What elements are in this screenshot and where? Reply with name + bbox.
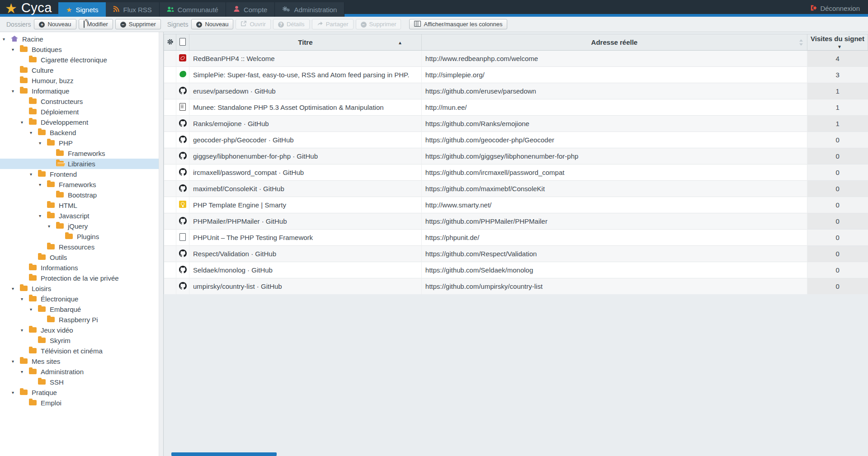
caret-down-icon[interactable]: ▾ <box>12 359 20 364</box>
bookmark-title-cell[interactable]: PHP Template Engine | Smarty <box>189 197 422 213</box>
table-row[interactable]: umpirsky/country-list · GitHubhttps://gi… <box>164 278 868 295</box>
table-row[interactable]: erusev/parsedown · GitHubhttps://github.… <box>164 83 868 99</box>
tree-item-pratique[interactable]: ▾Pratique <box>0 387 163 398</box>
bookmark-url-cell[interactable]: https://github.com/PHPMailer/PHPMailer <box>421 213 807 230</box>
tree-item-ressources[interactable]: Ressources <box>0 242 163 252</box>
bookmark-title-cell[interactable]: PHPMailer/PHPMailer · GitHub <box>189 213 422 230</box>
tab-flux-rss[interactable]: Flux RSS <box>106 2 159 17</box>
tree-item-raspberry-pi[interactable]: Raspberry Pi <box>0 315 163 325</box>
tree-item-informations[interactable]: Informations <box>0 263 163 273</box>
tree-item-d-veloppement[interactable]: ▾Développement <box>0 117 163 127</box>
bookmark-title-cell[interactable]: ircmaxell/password_compat · GitHub <box>189 165 422 181</box>
bookmark-url-cell[interactable]: http://www.redbeanphp.com/welcome <box>421 51 807 67</box>
tree-item-d-ploiement[interactable]: Déploiement <box>0 107 163 117</box>
caret-down-icon[interactable]: ▾ <box>21 296 29 301</box>
bookmark-title-cell[interactable]: RedBeanPHP4 :: Welcome <box>189 51 422 67</box>
table-row[interactable]: PHP Template Engine | Smartyhttp://www.s… <box>164 197 868 213</box>
tree-item-php[interactable]: ▾PHP <box>0 138 163 148</box>
caret-down-icon[interactable]: ▾ <box>39 182 47 187</box>
tab-compte[interactable]: Compte <box>226 2 275 17</box>
bookmark-title-cell[interactable]: SimplePie: Super-fast, easy-to-use, RSS … <box>189 67 422 83</box>
tree-item-jquery[interactable]: ▾jQuery <box>0 221 163 231</box>
select-column-header[interactable] <box>164 34 176 51</box>
bookmark-url-cell[interactable]: http://www.smarty.net/ <box>421 197 807 213</box>
tree-item-embarqu[interactable]: ▾Embarqué <box>0 304 163 315</box>
bookmark-title-cell[interactable]: erusev/parsedown · GitHub <box>189 83 422 99</box>
visits-column-header[interactable]: Visites du signet▼ <box>807 34 868 51</box>
table-row[interactable]: SimplePie: Super-fast, easy-to-use, RSS … <box>164 67 868 83</box>
tree-item-backend[interactable]: ▾Backend <box>0 127 163 138</box>
bookmark-url-cell[interactable]: https://github.com/geocoder-php/Geocoder <box>421 132 807 148</box>
tree-item-emploi[interactable]: Emploi <box>0 398 163 408</box>
bookmark-title-cell[interactable]: geocoder-php/Geocoder · GitHub <box>189 132 422 148</box>
tree-item-plugins[interactable]: Plugins <box>0 231 163 242</box>
table-row[interactable]: PHPUnit – The PHP Testing Frameworkhttps… <box>164 230 868 246</box>
horizontal-scrollbar-thumb[interactable] <box>171 452 277 456</box>
bookmark-title-cell[interactable]: maximebf/ConsoleKit · GitHub <box>189 181 422 197</box>
navbar-brand[interactable]: ★ Cyca <box>0 0 58 17</box>
favicon-column-header[interactable] <box>176 34 189 51</box>
tree-item-culture[interactable]: Culture <box>0 65 163 75</box>
caret-down-icon[interactable]: ▾ <box>39 213 47 218</box>
tree-item-boutiques[interactable]: ▾Boutiques <box>0 44 163 55</box>
caret-down-icon[interactable]: ▾ <box>3 37 11 42</box>
bookmark-url-cell[interactable]: https://github.com/maximebf/ConsoleKit <box>421 181 807 197</box>
tree-item-administration[interactable]: ▾Administration <box>0 367 163 377</box>
bookmark-url-cell[interactable]: https://github.com/giggsey/libphonenumbe… <box>421 148 807 165</box>
bookmark-url-cell[interactable]: https://github.com/umpirsky/country-list <box>421 278 807 295</box>
caret-down-icon[interactable]: ▾ <box>21 328 29 333</box>
caret-down-icon[interactable]: ▾ <box>30 307 38 312</box>
table-row[interactable]: Seldaek/monolog · GitHubhttps://github.c… <box>164 262 868 278</box>
bookmark-url-cell[interactable]: https://phpunit.de/ <box>421 230 807 246</box>
table-row[interactable]: Ranks/emojione · GitHubhttps://github.co… <box>164 116 868 132</box>
bookmark-url-cell[interactable]: https://github.com/erusev/parsedown <box>421 83 807 99</box>
tree-item-frontend[interactable]: ▾Frontend <box>0 169 163 179</box>
caret-down-icon[interactable]: ▾ <box>30 130 38 135</box>
title-column-header[interactable]: Titre ▲ <box>189 34 422 51</box>
caret-down-icon[interactable]: ▾ <box>39 141 47 146</box>
tree-item-loisirs[interactable]: ▾Loisirs <box>0 283 163 294</box>
sidebar-scrollbar-track[interactable] <box>159 32 163 456</box>
table-row[interactable]: PHPMailer/PHPMailer · GitHubhttps://gith… <box>164 213 868 230</box>
tree-item-informatique[interactable]: ▾Informatique <box>0 86 163 96</box>
tab-administration[interactable]: Administration <box>275 2 344 17</box>
tree-item-protection-de-la-vie-priv-e[interactable]: Protection de la vie privée <box>0 273 163 283</box>
tab-signets[interactable]: ★Signets <box>58 2 106 17</box>
tree-item-racine[interactable]: ▾Racine <box>0 34 163 44</box>
caret-down-icon[interactable]: ▾ <box>48 224 56 229</box>
bookmark-title-cell[interactable]: Munee: Standalone PHP 5.3 Asset Optimisa… <box>189 99 422 116</box>
caret-down-icon[interactable]: ▾ <box>21 120 29 125</box>
tree-item-bootstrap[interactable]: Bootstrap <box>0 190 163 200</box>
tree-item-constructeurs[interactable]: Constructeurs <box>0 96 163 107</box>
caret-down-icon[interactable]: ▾ <box>12 89 20 94</box>
nouveau-button[interactable]: +Nouveau <box>34 19 76 29</box>
tree-item-jeux-vid-o[interactable]: ▾Jeux vidéo <box>0 325 163 335</box>
tree-item-mes-sites[interactable]: ▾Mes sites <box>0 356 163 367</box>
caret-down-icon[interactable]: ▾ <box>12 286 20 291</box>
bookmark-title-cell[interactable]: Seldaek/monolog · GitHub <box>189 262 422 278</box>
bookmark-url-cell[interactable]: https://github.com/Respect/Validation <box>421 246 807 262</box>
caret-down-icon[interactable]: ▾ <box>30 172 38 177</box>
bookmark-url-cell[interactable]: http://mun.ee/ <box>421 99 807 116</box>
tree-item-librairies[interactable]: Librairies <box>0 159 163 169</box>
tree-item-html[interactable]: HTML <box>0 200 163 211</box>
bookmark-title-cell[interactable]: Respect/Validation · GitHub <box>189 246 422 262</box>
supprimer-button[interactable]: −Supprimer <box>115 19 161 29</box>
bookmark-url-cell[interactable]: http://simplepie.org/ <box>421 67 807 83</box>
bookmark-title-cell[interactable]: umpirsky/country-list · GitHub <box>189 278 422 295</box>
table-row[interactable]: Respect/Validation · GitHubhttps://githu… <box>164 246 868 262</box>
tree-item-javascript[interactable]: ▾Javascript <box>0 211 163 221</box>
url-column-header[interactable]: Adresse réelle <box>421 34 807 51</box>
tree-item-ssh[interactable]: SSH <box>0 377 163 387</box>
tree-item-skyrim[interactable]: Skyrim <box>0 335 163 346</box>
bookmark-title-cell[interactable]: Ranks/emojione · GitHub <box>189 116 422 132</box>
table-row[interactable]: Munee: Standalone PHP 5.3 Asset Optimisa… <box>164 99 868 116</box>
table-row[interactable]: ircmaxell/password_compat · GitHubhttps:… <box>164 165 868 181</box>
table-row[interactable]: maximebf/ConsoleKit · GitHubhttps://gith… <box>164 181 868 197</box>
tree-item-frameworks[interactable]: ▾Frameworks <box>0 179 163 190</box>
logout-button[interactable]: Déconnexion <box>810 0 868 17</box>
caret-down-icon[interactable]: ▾ <box>12 47 20 52</box>
table-row[interactable]: RedBeanPHP4 :: Welcomehttp://www.redbean… <box>164 51 868 67</box>
tab-communaut[interactable]: Communauté <box>160 2 226 17</box>
caret-down-icon[interactable]: ▾ <box>21 369 29 374</box>
